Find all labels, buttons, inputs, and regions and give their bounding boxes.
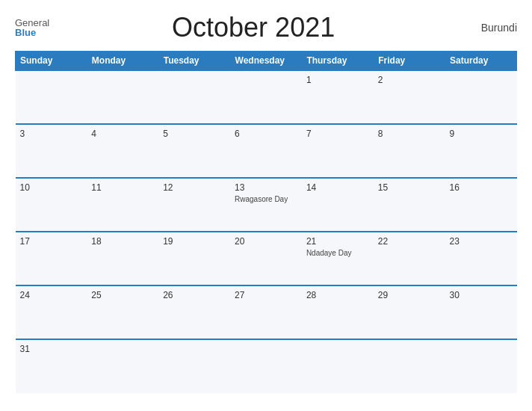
calendar-cell: 29 — [374, 285, 445, 339]
day-number: 31 — [20, 344, 83, 354]
weekday-header-friday: Friday — [374, 52, 445, 71]
day-number: 5 — [163, 129, 226, 139]
calendar-cell — [445, 339, 517, 393]
weekday-header-monday: Monday — [87, 52, 158, 71]
day-number: 10 — [20, 182, 83, 193]
calendar-cell: 7 — [302, 124, 374, 178]
calendar-cell: 9 — [445, 124, 517, 178]
calendar-cell: 31 — [16, 339, 87, 393]
day-number: 6 — [235, 129, 297, 139]
calendar-cell — [374, 339, 445, 393]
calendar-cell: 11 — [87, 178, 158, 232]
day-number: 27 — [235, 290, 297, 300]
day-number: 25 — [91, 290, 154, 300]
day-number: 29 — [378, 290, 441, 300]
calendar-week-row: 31 — [16, 339, 517, 393]
calendar-cell: 28 — [302, 285, 374, 339]
calendar-cell: 27 — [230, 285, 302, 339]
calendar-cell: 1 — [302, 70, 374, 124]
day-number: 23 — [450, 236, 513, 247]
holiday-label: Rwagasore Day — [235, 195, 297, 203]
weekday-header-sunday: Sunday — [16, 52, 87, 71]
logo-blue-text: Blue — [15, 28, 36, 37]
day-number: 24 — [20, 290, 83, 300]
calendar-cell — [158, 70, 230, 124]
calendar-cell — [230, 339, 302, 393]
logo: General Blue — [15, 18, 49, 37]
calendar-cell — [302, 339, 374, 393]
day-number: 20 — [235, 236, 297, 247]
calendar-cell: 13Rwagasore Day — [230, 178, 302, 232]
calendar-container: General Blue October 2021 Burundi Sunday… — [0, 0, 532, 411]
calendar-cell: 3 — [16, 124, 87, 178]
calendar-cell — [87, 70, 158, 124]
calendar-cell — [16, 70, 87, 124]
calendar-cell: 2 — [374, 70, 445, 124]
calendar-cell: 16 — [445, 178, 517, 232]
weekday-header-row: SundayMondayTuesdayWednesdayThursdayFrid… — [16, 52, 517, 71]
calendar-header: General Blue October 2021 Burundi — [15, 12, 517, 43]
day-number: 15 — [378, 182, 441, 193]
calendar-cell: 26 — [158, 285, 230, 339]
day-number: 14 — [306, 182, 369, 193]
calendar-table: SundayMondayTuesdayWednesdayThursdayFrid… — [15, 51, 517, 393]
calendar-cell: 10 — [16, 178, 87, 232]
day-number: 3 — [20, 129, 83, 139]
day-number: 28 — [306, 290, 369, 300]
calendar-cell: 30 — [445, 285, 517, 339]
weekday-header-wednesday: Wednesday — [230, 52, 302, 71]
day-number: 11 — [91, 182, 154, 193]
day-number: 2 — [378, 75, 441, 85]
month-title: October 2021 — [49, 12, 457, 43]
day-number: 26 — [163, 290, 226, 300]
calendar-week-row: 1718192021Ndadaye Day2223 — [16, 232, 517, 285]
day-number: 9 — [450, 129, 513, 139]
calendar-week-row: 24252627282930 — [16, 285, 517, 339]
day-number: 30 — [450, 290, 513, 300]
day-number: 8 — [378, 129, 441, 139]
calendar-cell: 23 — [445, 232, 517, 285]
calendar-cell: 24 — [16, 285, 87, 339]
calendar-cell: 15 — [374, 178, 445, 232]
country-label: Burundi — [457, 22, 517, 34]
calendar-cell: 6 — [230, 124, 302, 178]
day-number: 17 — [20, 236, 83, 247]
calendar-week-row: 12 — [16, 70, 517, 124]
weekday-header-saturday: Saturday — [445, 52, 517, 71]
weekday-header-thursday: Thursday — [302, 52, 374, 71]
day-number: 4 — [91, 129, 154, 139]
calendar-cell: 18 — [87, 232, 158, 285]
calendar-cell: 5 — [158, 124, 230, 178]
calendar-cell: 20 — [230, 232, 302, 285]
day-number: 7 — [306, 129, 369, 139]
calendar-cell: 19 — [158, 232, 230, 285]
calendar-cell: 12 — [158, 178, 230, 232]
calendar-cell — [87, 339, 158, 393]
day-number: 19 — [163, 236, 226, 247]
calendar-cell: 8 — [374, 124, 445, 178]
calendar-cell: 25 — [87, 285, 158, 339]
calendar-cell: 17 — [16, 232, 87, 285]
calendar-week-row: 3456789 — [16, 124, 517, 178]
day-number: 12 — [163, 182, 226, 193]
calendar-cell — [158, 339, 230, 393]
calendar-cell: 4 — [87, 124, 158, 178]
calendar-cell — [445, 70, 517, 124]
day-number: 13 — [235, 182, 297, 193]
day-number: 1 — [306, 75, 369, 85]
day-number: 16 — [450, 182, 513, 193]
weekday-header-tuesday: Tuesday — [158, 52, 230, 71]
day-number: 22 — [378, 236, 441, 247]
day-number: 21 — [306, 236, 369, 247]
calendar-week-row: 10111213Rwagasore Day141516 — [16, 178, 517, 232]
calendar-cell: 21Ndadaye Day — [302, 232, 374, 285]
calendar-cell — [230, 70, 302, 124]
day-number: 18 — [91, 236, 154, 247]
calendar-cell: 14 — [302, 178, 374, 232]
calendar-cell: 22 — [374, 232, 445, 285]
holiday-label: Ndadaye Day — [306, 249, 369, 257]
